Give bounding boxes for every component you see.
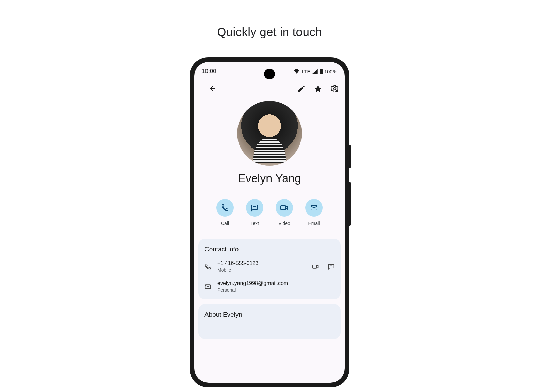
app-bar: [194, 78, 345, 96]
svg-rect-5: [281, 206, 286, 210]
email-icon: [310, 204, 318, 212]
svg-rect-1: [321, 69, 322, 70]
phone-icon: [221, 204, 229, 212]
svg-rect-7: [313, 265, 317, 268]
contact-avatar[interactable]: [237, 101, 302, 166]
camera-punch: [264, 69, 275, 79]
call-action-label: Call: [221, 221, 229, 226]
contact-info-title: Contact info: [204, 246, 335, 253]
back-button[interactable]: [209, 85, 217, 93]
phone-label: Mobile: [217, 267, 312, 273]
email-action[interactable]: Email: [305, 199, 323, 226]
call-action-circle: [216, 199, 234, 217]
wifi-icon: [294, 69, 300, 74]
phone-frame: 10:00 LTE 100%: [190, 57, 349, 387]
email-action-circle: [305, 199, 323, 217]
phone-row[interactable]: +1 416-555-0123 Mobile: [204, 260, 335, 273]
settings-button[interactable]: [330, 85, 339, 93]
quick-actions: Call Text Video: [194, 199, 345, 226]
signal-icon: [312, 69, 318, 74]
text-action[interactable]: Text: [246, 199, 263, 226]
video-call-button[interactable]: [312, 263, 320, 270]
phone-actions: [312, 263, 335, 270]
video-action-circle: [276, 199, 293, 217]
email-value: evelyn.yang1998@gmail.com: [217, 280, 335, 286]
video-action[interactable]: Video: [276, 199, 293, 226]
phone-content: +1 416-555-0123 Mobile: [217, 260, 312, 273]
page-title: Quickly get in touch: [217, 25, 322, 39]
contact-name: Evelyn Yang: [194, 172, 345, 185]
status-time: 10:00: [202, 68, 216, 75]
phone-screen: 10:00 LTE 100%: [194, 62, 345, 383]
about-title: About Evelyn: [204, 311, 335, 318]
text-action-label: Text: [250, 221, 259, 226]
text-action-circle: [246, 199, 263, 217]
contact-info-card: Contact info +1 416-555-0123 Mobile: [198, 239, 341, 299]
video-action-label: Video: [278, 221, 290, 226]
battery-percent: 100%: [324, 69, 337, 74]
status-right: LTE 100%: [294, 69, 337, 74]
video-icon: [280, 204, 289, 212]
battery-icon: [320, 69, 323, 74]
call-action[interactable]: Call: [216, 199, 234, 226]
email-action-label: Email: [308, 221, 320, 226]
email-content: evelyn.yang1998@gmail.com Personal: [217, 280, 335, 293]
edit-button[interactable]: [297, 85, 306, 93]
email-row[interactable]: evelyn.yang1998@gmail.com Personal: [204, 280, 335, 293]
star-button[interactable]: [314, 84, 322, 93]
about-card: About Evelyn: [198, 304, 341, 339]
message-button[interactable]: [328, 263, 335, 270]
email-icon: [204, 283, 217, 290]
message-icon: [251, 204, 259, 212]
svg-rect-0: [320, 69, 323, 74]
phone-side-button: [349, 145, 351, 168]
email-label: Personal: [217, 287, 335, 293]
phone-side-button: [349, 182, 351, 226]
network-type: LTE: [302, 69, 310, 74]
phone-icon: [204, 263, 217, 270]
phone-value: +1 416-555-0123: [217, 260, 312, 266]
